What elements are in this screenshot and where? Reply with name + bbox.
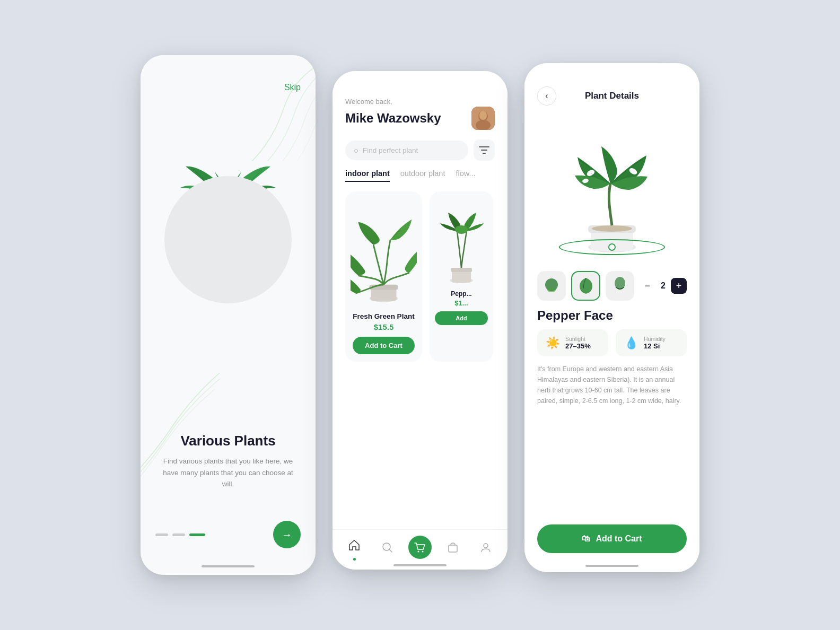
svg-point-31 xyxy=(547,288,556,292)
svg-point-7 xyxy=(480,111,486,117)
plant-background-circle xyxy=(164,176,292,303)
svg-point-20 xyxy=(422,550,424,552)
user-avatar[interactable] xyxy=(471,107,495,130)
plant-card-1: Fresh Green Plant $15.5 Add to Cart xyxy=(345,191,422,362)
plants-grid: Fresh Green Plant $15.5 Add to Cart xyxy=(332,182,508,362)
profile-icon xyxy=(474,536,497,559)
plant-price-1: $15.5 xyxy=(345,322,422,331)
plant-image-area-1 xyxy=(345,191,422,308)
green-plant-image xyxy=(351,202,417,308)
search-box[interactable]: ○ Find perfect plant xyxy=(345,141,468,160)
thumbnail-1[interactable] xyxy=(537,271,566,301)
phone-details: ‹ Plant Details xyxy=(524,63,699,572)
home-icon xyxy=(343,533,366,557)
plant-showcase xyxy=(524,107,699,266)
dot-3-active xyxy=(189,533,205,536)
monstera-plant-image xyxy=(551,117,673,255)
user-name: Mike Wazowsky xyxy=(345,111,441,126)
nav-home[interactable] xyxy=(343,533,366,561)
svg-point-19 xyxy=(418,550,419,552)
details-header: ‹ Plant Details xyxy=(524,63,699,101)
welcome-text: Welcome back, xyxy=(345,98,495,106)
next-button[interactable]: → xyxy=(273,521,301,548)
phones-container: Skip xyxy=(0,0,840,630)
cart-active-icon xyxy=(408,536,432,559)
plant-showcase-area xyxy=(141,87,316,342)
plant-description: It's from Europe and western and eastern… xyxy=(524,356,699,406)
home-indicator-3 xyxy=(585,565,638,567)
search-placeholder-text: Find perfect plant xyxy=(363,146,418,154)
cart-icon-detail: 🛍 xyxy=(582,534,590,544)
add-to-cart-button-1[interactable]: Add to Cart xyxy=(353,337,415,354)
home-indicator xyxy=(202,565,255,567)
bottom-navigation xyxy=(332,529,508,570)
tab-flower[interactable]: flow... xyxy=(456,169,475,182)
svg-rect-9 xyxy=(481,150,487,151)
humidity-value: 12 Si xyxy=(644,342,666,350)
onboarding-text: Various Plants Find various plants that … xyxy=(141,433,316,490)
rubber-plant-image xyxy=(435,202,488,287)
humidity-icon: 💧 xyxy=(624,336,638,350)
search-nav-icon xyxy=(375,536,399,559)
nav-cart-active[interactable] xyxy=(408,536,432,559)
plant-thumbnails: − 2 + xyxy=(524,271,699,301)
dot-2 xyxy=(172,533,185,536)
sunlight-info-card: ☀️ Sunlight 27–35% xyxy=(537,329,608,356)
plant-name-2: Pepp... xyxy=(434,290,489,298)
name-row: Mike Wazowsky xyxy=(345,107,495,130)
nav-search[interactable] xyxy=(375,536,399,559)
tab-outdoor[interactable]: outdoor plant xyxy=(400,169,445,182)
tab-indoor[interactable]: indoor plant xyxy=(345,169,390,182)
quantity-decrease-button[interactable]: − xyxy=(640,278,655,294)
next-arrow-icon: → xyxy=(282,529,292,541)
pagination-dots xyxy=(155,533,205,536)
svg-rect-8 xyxy=(479,146,489,147)
svg-rect-16 xyxy=(451,268,472,272)
quantity-value: 2 xyxy=(661,281,666,291)
back-button[interactable]: ‹ xyxy=(537,86,556,106)
sunlight-label: Sunlight xyxy=(565,336,591,342)
search-row: ○ Find perfect plant xyxy=(345,139,495,161)
nav-profile[interactable] xyxy=(474,536,497,559)
bag-icon xyxy=(441,536,465,559)
svg-point-17 xyxy=(455,225,468,234)
plant-price-2: $1... xyxy=(430,299,493,307)
humidity-label: Humidity xyxy=(644,336,666,342)
sunlight-icon: ☀️ xyxy=(546,336,560,350)
home-header: Welcome back, Mike Wazowsky xyxy=(332,71,508,130)
plant-display-dot xyxy=(608,243,616,251)
humidity-info-card: 💧 Humidity 12 Si xyxy=(616,329,687,356)
onboarding-bottom: → xyxy=(141,521,316,548)
nav-bag[interactable] xyxy=(441,536,465,559)
avatar-image xyxy=(471,107,495,130)
plant-info-row: ☀️ Sunlight 27–35% 💧 Humidity 12 Si xyxy=(524,323,699,356)
thumbnail-2-selected[interactable] xyxy=(571,271,600,301)
svg-point-26 xyxy=(592,225,632,232)
home-indicator-2 xyxy=(393,564,447,566)
plant-name-1: Fresh Green Plant xyxy=(351,312,417,320)
plant-image-area-2 xyxy=(430,191,493,287)
thumbnail-3[interactable] xyxy=(606,271,634,301)
quantity-increase-button[interactable]: + xyxy=(671,278,687,294)
plant-card-2: Pepp... $1... Add xyxy=(430,191,493,362)
onboarding-title: Various Plants xyxy=(162,433,294,449)
svg-point-22 xyxy=(484,544,488,548)
search-icon: ○ xyxy=(354,146,358,155)
svg-rect-10 xyxy=(483,153,486,154)
quantity-control: − 2 + xyxy=(640,278,687,294)
add-to-cart-button-2[interactable]: Add xyxy=(435,311,488,325)
phone-onboarding: Skip xyxy=(141,55,316,575)
home-active-dot xyxy=(353,558,356,561)
sunlight-value: 27–35% xyxy=(565,342,591,350)
filter-button[interactable] xyxy=(474,139,495,161)
svg-rect-21 xyxy=(449,545,457,552)
phone-home: Welcome back, Mike Wazowsky xyxy=(332,71,508,570)
add-to-cart-label: Add to Cart xyxy=(596,534,642,544)
dot-1 xyxy=(155,533,168,536)
plant-name-detail: Pepper Face xyxy=(524,301,699,323)
add-to-cart-button-detail[interactable]: 🛍 Add to Cart xyxy=(537,524,687,553)
category-tabs: indoor plant outdoor plant flow... xyxy=(332,161,508,182)
onboarding-subtitle: Find various plants that you like here, … xyxy=(162,456,294,490)
skip-button[interactable]: Skip xyxy=(284,83,301,92)
details-title: Plant Details xyxy=(585,91,639,101)
